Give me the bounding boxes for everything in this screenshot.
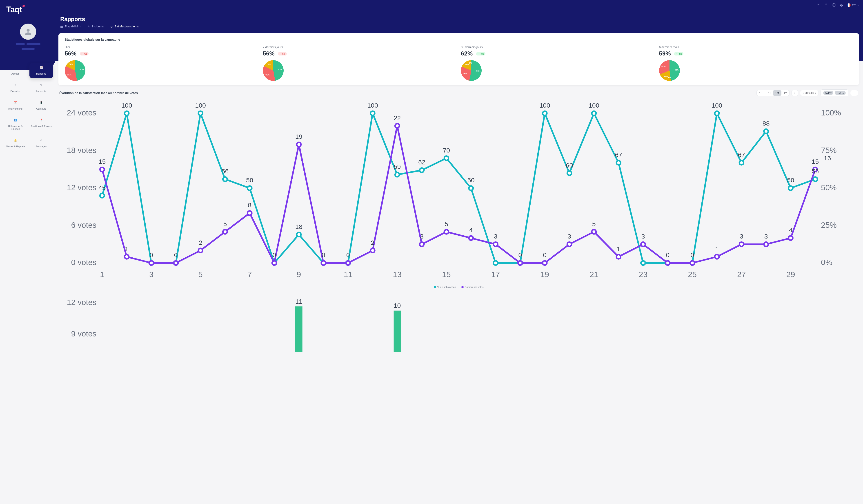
nav-icon: ✎ [39,83,44,89]
tab-traçabilité[interactable]: ▦Traçabilité⌄ [60,25,81,30]
period-1y[interactable]: 1Y [781,90,789,96]
svg-text:4: 4 [789,227,792,234]
nav-label: Capteurs [36,107,46,110]
stat-value: 62% [461,50,473,57]
nav-positions-projets[interactable]: 📍Positions & Projets [29,115,53,133]
trend-badge: ↓ -7% [278,52,287,55]
nav-capteurs[interactable]: 📱Capteurs [29,98,53,113]
svg-point-62 [248,211,252,215]
svg-point-0 [26,29,29,32]
tab-incidents[interactable]: ✎Incidents [87,25,104,30]
line-chart-svg: 0 votes6 votes12 votes18 votes24 votes0%… [59,99,858,284]
user-profile[interactable] [13,24,43,51]
month-label: 2022-09 [805,92,814,94]
svg-text:0: 0 [272,251,276,259]
menu-icon[interactable]: ≡ [816,3,821,7]
svg-text:0: 0 [322,251,325,259]
svg-text:25%: 25% [821,221,837,229]
pie-chart: 48%0%21%31% [659,60,680,81]
period-1d[interactable]: 1D [757,90,765,96]
nav-donn-es[interactable]: ≣Données [3,80,27,96]
svg-point-40 [444,156,449,160]
period-7d[interactable]: 7D [765,90,773,96]
stat-value: 56% [65,50,76,57]
user-role-placeholder [22,48,35,50]
admin-icon[interactable]: ⚙ [839,3,843,7]
svg-point-42 [493,261,498,265]
svg-text:12 votes: 12 votes [67,298,97,307]
nav-incidents[interactable]: ✎Incidents [29,80,53,96]
svg-text:1: 1 [100,270,104,279]
tab-label: Traçabilité [65,25,78,28]
chevron-right-icon[interactable]: › [815,92,816,94]
filter-chip[interactable]: ADP × [823,91,833,95]
nav-accueil[interactable]: ⌂Accueil [3,63,27,78]
svg-point-47 [616,160,621,165]
period-1m[interactable]: 1M [773,90,781,96]
stat-value: 59% [659,50,671,57]
month-picker[interactable]: ‹ 2022-09 › [800,90,819,96]
svg-text:5: 5 [198,270,202,279]
chart-header: Évolution de la satisfaction face au nom… [59,89,858,96]
svg-text:21: 21 [589,270,598,279]
nav-rapports[interactable]: 📈Rapports [29,63,53,78]
svg-text:3: 3 [740,233,743,240]
filter-chip-more[interactable]: + 17 … [835,91,846,95]
language-switcher[interactable]: FR ⌄ [847,3,859,7]
map-icon[interactable]: ⛶ [850,90,858,96]
tab-satisfaction-clients[interactable]: ☺Satisfaction clients [110,25,139,30]
svg-text:1: 1 [617,245,620,253]
brand-accent-icon: ››› [21,3,25,8]
svg-text:1: 1 [715,245,719,253]
svg-text:2: 2 [199,239,202,246]
user-name-placeholder [16,43,25,45]
nav-interventions[interactable]: 📅Interventions [3,98,27,113]
svg-text:19: 19 [295,133,302,140]
svg-text:100: 100 [195,102,206,109]
svg-point-34 [297,232,301,237]
stat-label: 30 derniers jours [461,46,655,49]
stats-card-title: Statistiques globale sur la campagne [65,38,853,41]
nav-label: Positions & Projets [31,125,51,128]
svg-point-78 [641,242,645,246]
nav-sondages[interactable]: ☺Sondages [29,135,53,151]
svg-point-72 [493,242,498,246]
svg-text:13: 13 [393,270,402,279]
svg-text:56: 56 [812,168,819,175]
svg-text:5: 5 [223,220,227,228]
svg-text:8: 8 [248,202,251,209]
report-tabs: ▦Traçabilité⌄✎Incidents☺Satisfaction cli… [60,25,139,30]
nav-utilisateurs-quipes[interactable]: 👥Utilisateurs & Équipes [3,115,27,133]
pie-chart: 47%35%18% [65,60,85,81]
svg-text:23: 23 [639,270,648,279]
chart-controls: 1D7D1M1Y ⌂ ‹ 2022-09 › ADP × + 17 … ⛶ [756,89,858,96]
nav-icon: ☺ [39,139,44,144]
svg-point-82 [739,242,744,246]
chart-legend: % de satisfaction Nombre de votes [59,286,858,288]
svg-text:15: 15 [812,158,819,165]
info-icon[interactable]: ⓘ [832,3,836,7]
svg-text:62: 62 [418,158,425,166]
trend-badge: ↑ +2% [674,52,684,55]
calendar-icon[interactable]: ⌂ [791,90,798,96]
svg-point-79 [666,261,670,265]
filter-chips[interactable]: ADP × + 17 … [821,89,848,96]
chevron-left-icon[interactable]: ‹ [803,92,804,94]
svg-point-44 [542,111,547,115]
svg-text:100%: 100% [821,108,841,117]
svg-text:25: 25 [688,270,697,279]
svg-point-77 [616,255,621,259]
svg-text:29: 29 [786,270,795,279]
svg-text:45: 45 [99,184,106,191]
avatar [20,24,36,40]
svg-rect-139 [295,306,302,352]
svg-text:0%: 0% [821,258,832,267]
calendar-segment: ⌂ [791,90,798,96]
nav-alertes-rappels[interactable]: 🔔Alertes & Rappels [3,135,27,151]
help-icon[interactable]: ? [824,3,828,7]
stat-block: 7 derniers jours 56% ↓ -7% 47%35%18% [263,46,457,81]
svg-point-65 [321,261,326,265]
svg-text:88: 88 [763,120,770,127]
trend-badge: ↓ -7% [80,52,89,55]
svg-point-58 [149,261,153,265]
